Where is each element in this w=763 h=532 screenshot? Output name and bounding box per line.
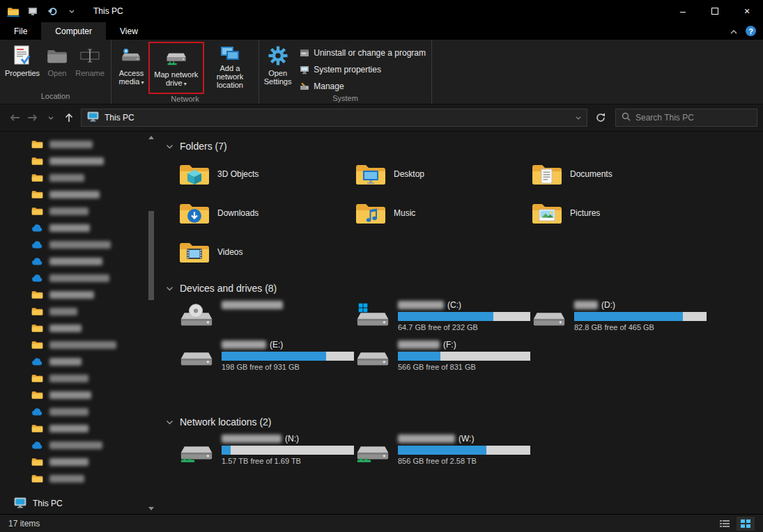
forward-button[interactable] <box>24 109 42 127</box>
cloud-icon <box>31 240 43 249</box>
sidebar-item[interactable] <box>0 253 159 269</box>
redacted-label <box>49 358 82 366</box>
sidebar-item[interactable] <box>0 169 159 186</box>
folder-tile-downloads[interactable]: Downloads <box>176 196 346 230</box>
rename-icon <box>80 44 100 68</box>
properties-button[interactable]: Properties <box>3 42 42 91</box>
tab-computer[interactable]: Computer <box>41 22 106 40</box>
sidebar-item-this-pc[interactable]: This PC <box>0 494 63 513</box>
capacity-bar <box>222 446 354 455</box>
minimize-button[interactable]: – <box>667 0 699 22</box>
add-network-location-button[interactable]: Add a network location <box>204 42 256 91</box>
folder-tile-music[interactable]: Music <box>352 196 522 230</box>
open-settings-button[interactable]: Open Settings <box>262 42 293 91</box>
folder-tile-documents[interactable]: Documents <box>528 157 698 191</box>
manage-button[interactable]: Manage <box>296 79 429 93</box>
sidebar-item[interactable] <box>0 152 159 169</box>
sidebar-item[interactable] <box>0 403 159 420</box>
free-space-text: 198 GB free of 931 GB <box>222 363 354 371</box>
folder-tile-3d-objects[interactable]: 3D Objects <box>176 157 346 191</box>
sidebar-item[interactable] <box>0 370 159 386</box>
music-folder-icon <box>355 200 387 226</box>
tab-file[interactable]: File <box>0 22 41 40</box>
close-button[interactable]: × <box>731 0 763 22</box>
capacity-bar <box>222 352 354 361</box>
group-label-network: Network <box>111 94 259 104</box>
sidebar-scrollbar[interactable] <box>147 133 155 513</box>
quick-access-properties-icon[interactable] <box>25 0 40 22</box>
sidebar-item[interactable] <box>0 386 159 403</box>
sidebar-item[interactable] <box>0 437 159 453</box>
details-view-button[interactable] <box>716 517 734 531</box>
folder-icon <box>31 173 43 182</box>
sidebar-item[interactable] <box>0 453 159 470</box>
section-header[interactable]: Network locations (2) <box>166 414 763 430</box>
this-pc-icon <box>87 111 99 124</box>
help-icon[interactable]: ? <box>746 26 756 36</box>
hdd-drive-icon <box>531 300 567 331</box>
sidebar-item[interactable] <box>0 203 159 219</box>
sidebar-item[interactable] <box>0 303 159 320</box>
back-button[interactable] <box>6 109 24 127</box>
section-title: Devices and drives (8) <box>180 283 277 294</box>
maximize-button[interactable] <box>699 0 731 22</box>
search-box[interactable] <box>615 109 757 127</box>
sidebar-item[interactable] <box>0 186 159 203</box>
scrollbar-thumb[interactable] <box>148 211 154 300</box>
scroll-up-icon[interactable] <box>147 133 155 141</box>
drive-tile-d[interactable]: (D:)82.8 GB free of 465 GB <box>528 299 698 338</box>
refresh-button[interactable] <box>592 109 610 127</box>
drive-tile-n[interactable]: (N:)1.57 TB free of 1.69 TB <box>176 432 346 471</box>
history-chevron-icon[interactable] <box>42 109 60 127</box>
system-properties-button[interactable]: System properties <box>296 62 429 77</box>
toolbar-chevron-down-icon[interactable] <box>64 0 79 22</box>
sidebar-item[interactable] <box>0 269 159 286</box>
address-bar[interactable]: This PC <box>81 109 587 127</box>
drive-tile-c[interactable]: (C:)64.7 GB free of 232 GB <box>352 299 522 338</box>
titlebar: This PC – × <box>0 0 763 22</box>
drive-tile-e[interactable]: (E:)198 GB free of 931 GB <box>176 338 346 377</box>
tab-view[interactable]: View <box>106 22 152 40</box>
explorer-window: This PC – × File Computer View ? <box>0 0 763 532</box>
section-title: Network locations (2) <box>180 416 272 428</box>
large-icons-view-button[interactable] <box>737 517 755 531</box>
sidebar-item[interactable] <box>0 320 159 336</box>
sidebar-item[interactable] <box>0 286 159 303</box>
open-button[interactable]: Open <box>42 42 72 91</box>
map-network-drive-label: Map network drive <box>154 70 198 87</box>
sidebar-item[interactable] <box>0 353 159 370</box>
map-network-drive-button[interactable]: Map network drive▾ <box>150 43 203 93</box>
section-header[interactable]: Devices and drives (8) <box>166 281 763 296</box>
up-button[interactable] <box>60 109 78 127</box>
sidebar-item[interactable] <box>0 219 159 236</box>
drive-tile-dvd[interactable] <box>176 299 346 338</box>
scroll-down-icon[interactable] <box>147 504 155 513</box>
drive-tile-w[interactable]: (W:)856 GB free of 2.58 TB <box>352 432 522 471</box>
section-header[interactable]: Folders (7) <box>166 139 763 154</box>
open-folder-icon <box>47 44 68 68</box>
collapse-ribbon-icon[interactable] <box>730 26 737 36</box>
undo-icon[interactable] <box>45 0 60 22</box>
folder-tile-videos[interactable]: Videos <box>176 235 346 269</box>
rename-button[interactable]: Rename <box>72 42 107 91</box>
redacted-label <box>49 341 116 349</box>
folder-tile-pictures[interactable]: Pictures <box>528 196 698 230</box>
net-drive-icon <box>178 434 215 464</box>
drive-name: (N:) <box>222 434 354 444</box>
breadcrumb[interactable]: This PC <box>105 113 134 123</box>
sidebar-item[interactable] <box>0 136 159 152</box>
sidebar-item[interactable] <box>0 470 159 487</box>
search-input[interactable] <box>635 113 751 123</box>
folder-tile-desktop[interactable]: Desktop <box>352 157 522 191</box>
access-media-button[interactable]: Access media▾ <box>114 42 148 91</box>
sidebar-item[interactable] <box>0 420 159 437</box>
items-count: 17 items <box>8 519 40 529</box>
sidebar-item[interactable] <box>0 336 159 353</box>
free-space-text: 566 GB free of 831 GB <box>398 363 530 371</box>
sidebar-item[interactable] <box>0 236 159 253</box>
uninstall-program-button[interactable]: Uninstall or change a program <box>296 45 429 60</box>
system-properties-icon <box>299 64 309 75</box>
address-dropdown-icon[interactable] <box>576 116 581 120</box>
map-network-drive-icon <box>165 45 187 69</box>
drive-tile-f[interactable]: (F:)566 GB free of 831 GB <box>352 338 522 377</box>
